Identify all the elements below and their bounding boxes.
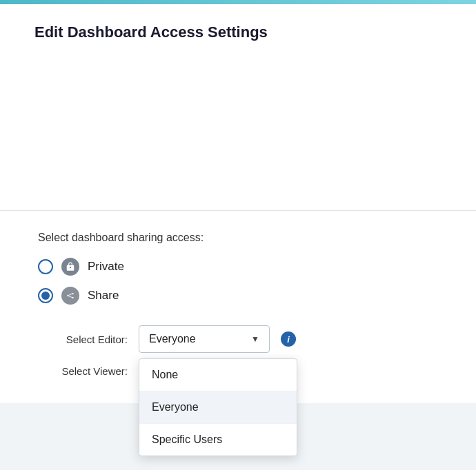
dropdown-item-everyone[interactable]: Everyone	[139, 391, 297, 424]
info-icon[interactable]: i	[281, 331, 296, 347]
lock-icon	[61, 258, 79, 276]
svg-point-3	[72, 297, 73, 298]
svg-point-2	[72, 293, 73, 294]
radio-item-private[interactable]: Private	[38, 258, 448, 276]
form-section: Select dashboard sharing access: Private	[0, 211, 476, 403]
dropdown-item-none[interactable]: None	[139, 359, 297, 391]
editor-dropdown-wrapper: Everyone ▼ None Everyone Specific Users	[139, 325, 270, 353]
radio-item-share[interactable]: Share	[38, 287, 448, 305]
radio-private-label: Private	[88, 260, 124, 274]
radio-share[interactable]	[38, 288, 53, 303]
editor-selected-value: Everyone	[149, 333, 196, 345]
radio-private[interactable]	[38, 259, 53, 274]
editor-dropdown[interactable]: Everyone ▼	[139, 325, 270, 353]
viewer-label: Select Viewer:	[45, 365, 128, 377]
dropdown-item-specific-users[interactable]: Specific Users	[139, 424, 297, 456]
share-icon	[61, 287, 79, 305]
radio-share-label: Share	[88, 289, 119, 303]
page-title: Edit Dashboard Access Settings	[28, 23, 448, 41]
editor-dropdown-menu: None Everyone Specific Users	[139, 358, 297, 456]
chevron-down-icon: ▼	[251, 334, 259, 344]
editor-row: Select Editor: Everyone ▼ None Everyone …	[38, 325, 448, 353]
section-label: Select dashboard sharing access:	[38, 232, 448, 244]
card: Edit Dashboard Access Settings	[0, 4, 476, 211]
editor-label: Select Editor:	[45, 334, 128, 345]
radio-group: Private Share	[38, 258, 448, 305]
page-container: Edit Dashboard Access Settings Select da…	[0, 0, 476, 470]
